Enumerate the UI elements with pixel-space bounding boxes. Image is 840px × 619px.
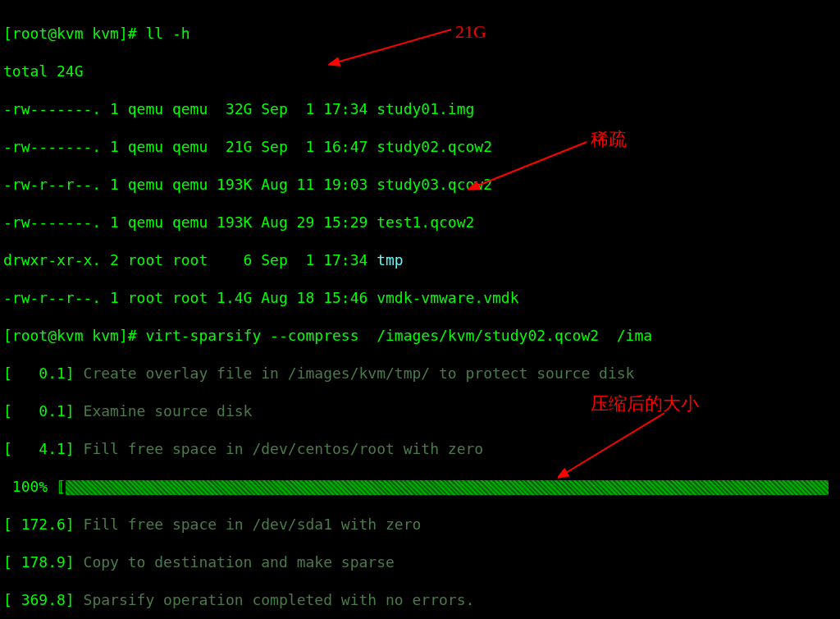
prompt: [root@kvm kvm]#: [3, 25, 145, 42]
prompt-line: [root@kvm kvm]# virt-sparsify --compress…: [3, 326, 837, 345]
timestamp: [ 4.1]: [3, 440, 84, 457]
file-row: -rw-------. 1 qemu qemu 21G Sep 1 16:47 …: [3, 137, 837, 156]
terminal-window[interactable]: [root@kvm kvm]# ll -h total 24G -rw-----…: [0, 0, 840, 619]
file-row: -rw-r--r--. 1 qemu qemu 193K Aug 11 19:0…: [3, 175, 837, 194]
progress-bar: [66, 480, 829, 495]
file-row: -rw-------. 1 qemu qemu 193K Aug 29 15:2…: [3, 213, 837, 232]
dir-name: tmp: [377, 251, 404, 268]
log-line: [ 369.8] Sparsify operation completed wi…: [3, 590, 837, 609]
log-msg: Sparsify operation completed with no err…: [84, 591, 475, 608]
prompt-line: [root@kvm kvm]# ll -h: [3, 24, 837, 43]
total-line: total 24G: [3, 62, 837, 80]
command: virt-sparsify --compress /images/kvm/stu…: [145, 327, 652, 344]
timestamp: [ 0.1]: [3, 402, 84, 420]
log-line: [ 172.6] Fill free space in /dev/sda1 wi…: [3, 515, 837, 534]
log-msg: Create overlay file in /images/kvm/tmp/ …: [84, 365, 635, 382]
log-msg: Examine source disk: [84, 402, 253, 420]
log-line: [ 4.1] Fill free space in /dev/centos/ro…: [3, 439, 837, 458]
timestamp: [ 178.9]: [3, 553, 84, 571]
timestamp: [ 0.1]: [3, 365, 84, 382]
log-msg: Fill free space in /dev/sda1 with zero: [84, 516, 422, 533]
file-row: -rw-------. 1 qemu qemu 32G Sep 1 17:34 …: [3, 99, 837, 118]
log-msg: Copy to destination and make sparse: [84, 553, 395, 571]
file-row: -rw-r--r--. 1 root root 1.4G Aug 18 15:4…: [3, 288, 837, 307]
log-line: [ 0.1] Create overlay file in /images/kv…: [3, 364, 837, 383]
progress-label: 100% ⟦: [3, 478, 66, 495]
timestamp: [ 172.6]: [3, 516, 84, 533]
progress-line: 100% ⟦: [3, 477, 837, 496]
timestamp: [ 369.8]: [3, 591, 84, 608]
command: ll -h: [145, 25, 189, 42]
log-msg: Fill free space in /dev/centos/root with…: [84, 440, 484, 457]
log-line: [ 0.1] Examine source disk: [3, 401, 837, 420]
prompt: [root@kvm kvm]#: [3, 327, 145, 344]
log-line: [ 178.9] Copy to destination and make sp…: [3, 553, 837, 571]
dir-perms: drwxr-xr-x. 2 root root 6 Sep 1 17:34: [3, 251, 377, 268]
dir-row: drwxr-xr-x. 2 root root 6 Sep 1 17:34 tm…: [3, 250, 837, 269]
